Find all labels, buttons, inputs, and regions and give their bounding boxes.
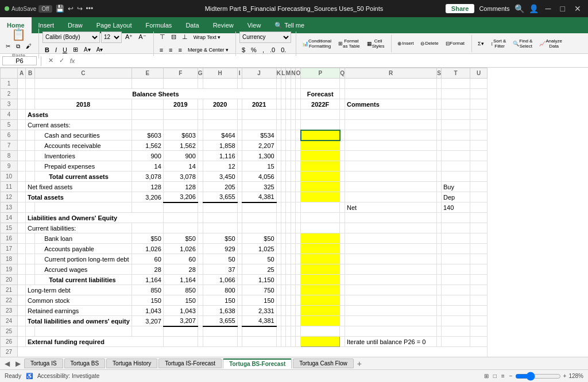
cell-C18[interactable]: Current portion long-term debt: [35, 254, 132, 264]
cell-E15[interactable]: [131, 223, 163, 233]
align-top-btn[interactable]: ⊤: [157, 32, 168, 43]
cell-U26[interactable]: [470, 337, 488, 347]
cell-G18[interactable]: [198, 254, 203, 264]
cell-H7[interactable]: 1,858: [203, 141, 237, 151]
cell-B1[interactable]: [26, 79, 35, 89]
cell-S11[interactable]: [437, 182, 442, 192]
cell-A9[interactable]: [18, 161, 26, 171]
cell-P22[interactable]: [301, 295, 340, 306]
cell-L7[interactable]: [281, 141, 285, 151]
decrease-font-btn[interactable]: A⁻: [136, 32, 148, 43]
col-P[interactable]: P: [301, 68, 340, 79]
cell-C13[interactable]: [35, 202, 132, 213]
cell-H21[interactable]: 800: [203, 285, 237, 295]
cell-A8[interactable]: [18, 151, 26, 161]
cell-U18[interactable]: [470, 254, 488, 264]
cell-T10[interactable]: [442, 171, 470, 182]
cell-T20[interactable]: [442, 275, 470, 285]
cell-K7[interactable]: [276, 141, 281, 151]
cell-A1[interactable]: [18, 79, 26, 89]
cell-N23[interactable]: [291, 306, 296, 316]
cell-A15[interactable]: [18, 223, 26, 233]
analyze-data-btn[interactable]: 📈AnalyzeData: [537, 35, 564, 52]
cell-T22[interactable]: [442, 295, 470, 306]
cell-H17[interactable]: 929: [203, 244, 237, 254]
confirm-formula-btn[interactable]: ✓: [57, 57, 66, 64]
col-B[interactable]: B: [26, 68, 35, 79]
sheet-tab-tortuga-bs-forecast[interactable]: Tortuga BS-Forecast: [223, 358, 292, 369]
cell-Q11[interactable]: [340, 182, 345, 192]
cell-Q22[interactable]: [340, 295, 345, 306]
cell-L14[interactable]: [281, 213, 285, 223]
more-icon[interactable]: •••: [86, 5, 94, 13]
cell-U15[interactable]: [470, 223, 488, 233]
cell-P12[interactable]: [301, 192, 340, 202]
cell-P1[interactable]: [301, 79, 340, 89]
cell-N4[interactable]: [291, 110, 296, 120]
cell-K13[interactable]: [276, 202, 281, 213]
cell-L17[interactable]: [281, 244, 285, 254]
cell-N13[interactable]: [291, 202, 296, 213]
col-K[interactable]: K: [276, 68, 281, 79]
cell-T15[interactable]: [442, 223, 470, 233]
col-F[interactable]: F: [163, 68, 198, 79]
cell-M18[interactable]: [285, 254, 291, 264]
cell-N24[interactable]: [291, 316, 296, 326]
cell-L5[interactable]: [281, 120, 285, 130]
cell-R24[interactable]: [345, 316, 437, 326]
cell-K10[interactable]: [276, 171, 281, 182]
increase-font-btn[interactable]: A⁺: [123, 32, 135, 43]
cell-F22[interactable]: 150: [163, 295, 198, 306]
cell-A14[interactable]: [18, 213, 26, 223]
cell-C6[interactable]: Cash and securities: [35, 130, 132, 141]
cell-N16[interactable]: [291, 233, 296, 244]
cell-U1[interactable]: [470, 79, 488, 89]
cell-U8[interactable]: [470, 151, 488, 161]
cell-G17[interactable]: [198, 244, 203, 254]
cell-G25[interactable]: [198, 326, 203, 337]
cell-L22[interactable]: [281, 295, 285, 306]
cell-L8[interactable]: [281, 151, 285, 161]
cell-K18[interactable]: [276, 254, 281, 264]
cell-C1[interactable]: [35, 79, 132, 89]
cell-F19[interactable]: 28: [163, 264, 198, 275]
cell-H23[interactable]: 1,638: [203, 306, 237, 316]
cell-E6[interactable]: $603: [131, 130, 163, 141]
cell-C25[interactable]: [35, 326, 132, 337]
cell-Q24[interactable]: [340, 316, 345, 326]
cell-U5[interactable]: [470, 120, 488, 130]
cell-T14[interactable]: [442, 213, 470, 223]
cell-B7[interactable]: [26, 141, 35, 151]
cell-E20[interactable]: 1,164: [131, 275, 163, 285]
cell-A11[interactable]: [18, 182, 26, 192]
cell-F16[interactable]: $50: [163, 233, 198, 244]
cell-I15[interactable]: [237, 223, 242, 233]
cell-J8[interactable]: 1,300: [242, 151, 276, 161]
cell-I24[interactable]: [237, 316, 242, 326]
cell-F6[interactable]: $603: [163, 130, 198, 141]
align-left-btn[interactable]: ≡: [157, 44, 165, 56]
cell-E16[interactable]: $50: [131, 233, 163, 244]
cell-I6[interactable]: [237, 130, 242, 141]
cell-A2[interactable]: [18, 89, 26, 99]
cell-O12[interactable]: [296, 192, 301, 202]
paste-btn[interactable]: 📋: [11, 29, 26, 40]
cell-R18[interactable]: [345, 254, 437, 264]
cell-B11[interactable]: Net fixed assets: [26, 182, 132, 192]
cell-M17[interactable]: [285, 244, 291, 254]
cell-L26[interactable]: [281, 337, 285, 347]
cell-E4[interactable]: [131, 110, 163, 120]
cell-T23[interactable]: [442, 306, 470, 316]
insert-cells-btn[interactable]: ⊕Insert: [395, 35, 416, 52]
cell-N15[interactable]: [291, 223, 296, 233]
share-button[interactable]: Share: [446, 4, 475, 13]
cell-Q18[interactable]: [340, 254, 345, 264]
cell-S8[interactable]: [437, 151, 442, 161]
cell-Q13[interactable]: [340, 202, 345, 213]
cell-B5[interactable]: Current assets:: [26, 120, 132, 130]
cell-L10[interactable]: [281, 171, 285, 182]
bold-btn[interactable]: B: [42, 44, 52, 56]
search-icon[interactable]: 🔍: [514, 4, 524, 13]
cell-K26[interactable]: [276, 337, 281, 347]
cell-C9[interactable]: Prepaid expenses: [35, 161, 132, 171]
